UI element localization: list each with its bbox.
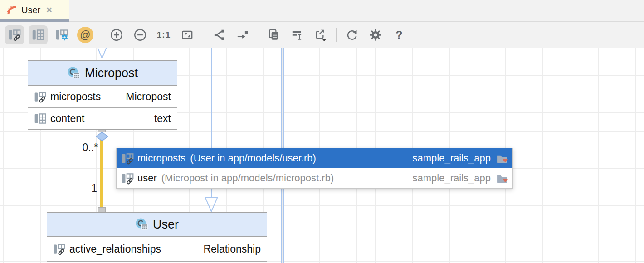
table-link-icon: [8, 29, 21, 41]
popup-item-microposts[interactable]: microposts (User in app/models/user.rb) …: [117, 148, 512, 168]
refresh-icon: [345, 28, 359, 42]
fit-content-button[interactable]: [178, 25, 197, 44]
row-name: microposts: [50, 91, 101, 103]
edit-lines-icon: [290, 28, 304, 42]
entity-title: User: [153, 218, 179, 232]
export-diagram-button[interactable]: [311, 25, 330, 44]
popup-item-detail: (Micropost in app/models/micropost.rb): [161, 172, 334, 184]
popup-item-name: user: [137, 172, 157, 184]
refresh-button[interactable]: [342, 25, 361, 44]
entity-header[interactable]: User: [47, 213, 267, 237]
zoom-out-button[interactable]: [131, 25, 150, 44]
toolbar-separator: [258, 28, 258, 42]
copy-icon: [267, 28, 280, 42]
entity-micropost[interactable]: Micropost microposts Micropost content t…: [28, 60, 177, 130]
row-name: active_relationships: [69, 243, 161, 255]
route-edges-button[interactable]: [233, 25, 252, 44]
inheritance-arrow-icon: [95, 48, 109, 59]
entity-header[interactable]: Micropost: [28, 61, 177, 86]
entity-row-field[interactable]: content text: [28, 107, 177, 129]
association-popup: microposts (User in app/models/user.rb) …: [116, 148, 513, 189]
export-icon: [314, 28, 327, 42]
apply-layout-button[interactable]: [209, 25, 228, 44]
diagram-toolbar: @ 1:1: [0, 22, 644, 48]
fit-content-icon: [181, 28, 194, 42]
entity-row-association[interactable]: microposts Micropost: [28, 86, 177, 107]
field-icon: [34, 112, 46, 125]
model-icon: [135, 218, 149, 231]
at-icon: @: [77, 27, 93, 43]
tab-label: User: [21, 5, 40, 15]
active-tab-underline: [0, 19, 69, 22]
row-type: Relationship: [203, 243, 261, 255]
help-button[interactable]: ?: [390, 25, 409, 44]
association-icon: [122, 172, 134, 185]
multiplicity-label-target: 1: [84, 182, 97, 195]
entity-row-association[interactable]: active_relationships Relationship: [47, 237, 267, 261]
popup-item-module: sample_rails_app: [413, 152, 491, 164]
gear-icon: [369, 28, 382, 42]
copy-diagram-button[interactable]: [264, 25, 283, 44]
table-gear-icon: [55, 29, 68, 41]
row-type: Micropost: [126, 91, 171, 103]
association-icon: [53, 243, 65, 255]
popup-item-detail: (User in app/models/user.rb): [190, 152, 316, 164]
entity-title: Micropost: [85, 66, 138, 80]
editor-tab-bar: User ✕: [0, 0, 644, 22]
show-mnemonics-button[interactable]: @: [76, 25, 95, 44]
toolbar-separator: [203, 28, 203, 42]
route-edge-icon: [235, 28, 249, 42]
close-icon[interactable]: ✕: [46, 5, 52, 15]
actual-size-label: 1:1: [157, 30, 171, 40]
table-fields-icon: [32, 29, 44, 41]
row-type: text: [154, 112, 171, 125]
association-icon: [34, 91, 46, 103]
zoom-out-icon: [133, 28, 147, 42]
model-icon: [67, 66, 81, 80]
layout-icon: [212, 28, 225, 42]
tab-user[interactable]: User ✕: [0, 0, 69, 22]
show-fields-button[interactable]: [29, 25, 48, 44]
toolbar-separator: [336, 28, 337, 42]
entity-user[interactable]: User active_relationships Relationship: [47, 212, 267, 263]
multiplicity-label-source: 0..*: [69, 141, 98, 154]
entity-row-association[interactable]: [47, 261, 267, 263]
row-name: content: [50, 112, 84, 125]
inheritance-arrow-icon: [205, 197, 218, 212]
aggregation-diamond-icon: [96, 132, 108, 141]
settings-button[interactable]: [366, 25, 385, 44]
rails-logo-icon: [6, 4, 18, 16]
models-folder-icon: [496, 172, 508, 185]
selected-association-edge[interactable]: [100, 140, 103, 209]
visibility-settings-button[interactable]: [52, 25, 71, 44]
edit-properties-button[interactable]: [288, 25, 307, 44]
zoom-in-button[interactable]: [107, 25, 126, 44]
help-icon: ?: [395, 29, 402, 42]
association-icon: [122, 152, 134, 165]
zoom-in-icon: [110, 28, 123, 42]
models-folder-icon: [496, 152, 508, 165]
popup-item-module: sample_rails_app: [413, 172, 491, 184]
actual-size-button[interactable]: 1:1: [154, 25, 173, 44]
popup-item-user[interactable]: user (Micropost in app/models/micropost.…: [117, 168, 512, 188]
diagram-canvas[interactable]: 0..* 1 Micropost microposts Micropost co…: [0, 48, 644, 263]
popup-item-name: microposts: [137, 152, 185, 164]
show-associations-button[interactable]: [5, 25, 24, 44]
toolbar-separator: [101, 28, 101, 42]
